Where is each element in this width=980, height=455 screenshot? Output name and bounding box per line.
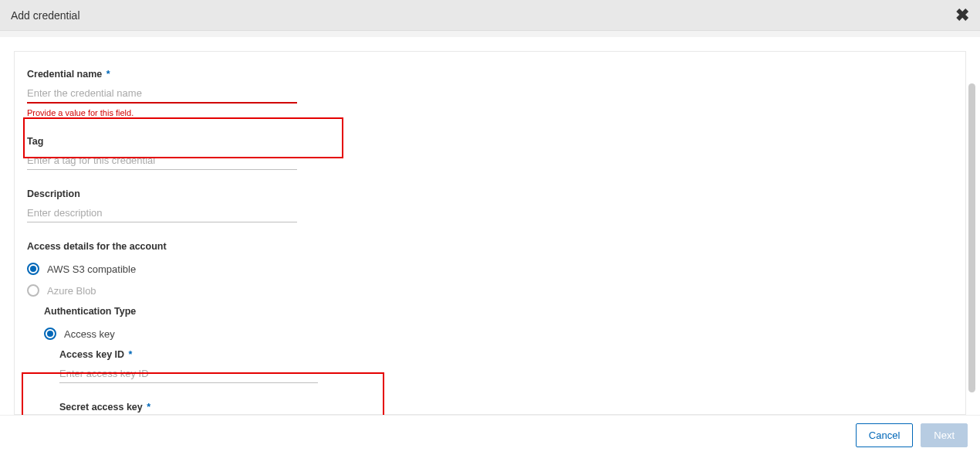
required-indicator: * — [147, 402, 150, 413]
tag-group: Tag — [27, 136, 297, 170]
radio-access-key[interactable]: Access key — [44, 328, 953, 340]
description-label: Description — [27, 188, 297, 199]
access-key-id-label-text: Access key ID — [59, 349, 124, 360]
radio-access-key-label: Access key — [64, 328, 115, 340]
close-icon[interactable]: ✖ — [955, 7, 969, 24]
radio-aws-label: AWS S3 compatible — [47, 263, 136, 275]
radio-icon — [27, 284, 39, 297]
cancel-button[interactable]: Cancel — [856, 423, 913, 447]
access-details-heading: Access details for the account — [27, 241, 953, 252]
tag-label: Tag — [27, 136, 297, 147]
auth-type-heading: Authentication Type — [44, 306, 953, 317]
access-key-id-group: Access key ID * — [59, 349, 318, 383]
next-button[interactable]: Next — [921, 423, 968, 447]
required-indicator: * — [129, 349, 133, 360]
access-key-fields: Access key ID * Secret access key * — [59, 349, 953, 415]
authentication-section: Authentication Type Access key Access ke… — [44, 306, 953, 415]
description-input[interactable] — [27, 204, 297, 222]
description-group: Description — [27, 188, 297, 222]
access-key-id-label: Access key ID * — [59, 349, 318, 360]
credential-name-group: Credential name * Provide a value for th… — [27, 69, 297, 117]
access-details-section: Access details for the account AWS S3 co… — [27, 241, 953, 415]
radio-azure-label: Azure Blob — [47, 285, 96, 297]
radio-icon — [44, 328, 56, 340]
modal-header: Add credential ✖ — [0, 0, 980, 31]
required-indicator: * — [106, 69, 110, 80]
access-key-id-input[interactable] — [59, 365, 318, 383]
credential-name-label: Credential name * — [27, 69, 297, 80]
radio-aws-s3[interactable]: AWS S3 compatible — [27, 263, 953, 275]
secret-access-key-group: Secret access key * — [59, 402, 318, 415]
modal-title: Add credential — [11, 9, 80, 22]
tag-input[interactable] — [27, 151, 297, 170]
credential-name-label-text: Credential name — [27, 69, 102, 80]
add-credential-modal: Add credential ✖ Credential name * Provi… — [0, 0, 980, 455]
secret-access-key-label: Secret access key * — [59, 402, 318, 413]
radio-azure-blob[interactable]: Azure Blob — [27, 284, 953, 297]
modal-footer: Cancel Next — [0, 415, 980, 455]
radio-icon — [27, 263, 39, 275]
credential-name-input[interactable] — [27, 84, 297, 104]
modal-body: Credential name * Provide a value for th… — [0, 31, 980, 415]
secret-access-key-label-text: Secret access key — [59, 402, 143, 413]
form-card: Credential name * Provide a value for th… — [14, 51, 966, 415]
scrollbar[interactable] — [968, 83, 975, 392]
credential-name-error: Provide a value for this field. — [27, 108, 297, 117]
